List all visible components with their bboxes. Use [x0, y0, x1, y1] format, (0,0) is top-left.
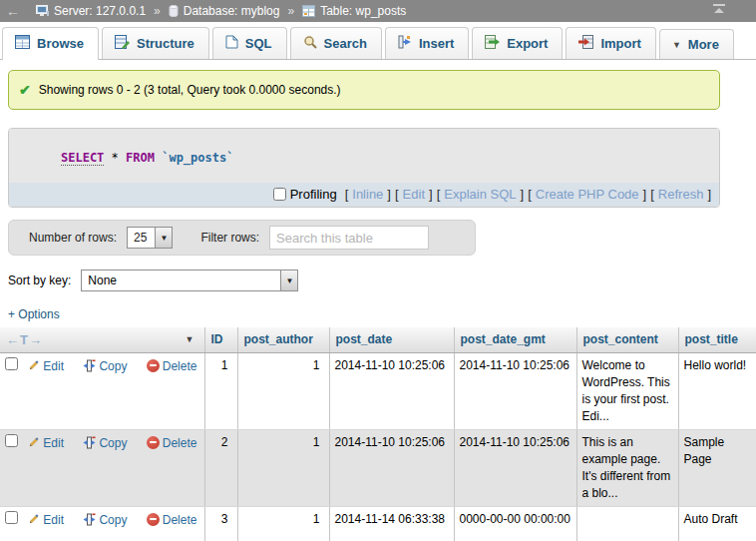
pencil-icon [27, 359, 40, 377]
copy-row-link[interactable]: Copy [99, 436, 127, 450]
tab-search[interactable]: Search [290, 27, 382, 59]
header-post-date-gmt[interactable]: post_date_gmt [454, 327, 576, 352]
back-arrow-icon[interactable]: ← [6, 3, 36, 19]
header-post-title[interactable]: post_title [678, 327, 756, 352]
bracket: [ [528, 187, 532, 202]
row-checkbox[interactable] [5, 434, 18, 447]
sql-query-box: SELECT * FROM `wp_posts` Profiling [ Inl… [8, 128, 720, 208]
filter-rows-label: Filter rows: [200, 231, 259, 245]
cell-post-author: 1 [237, 506, 329, 541]
tab-label: SQL [245, 36, 272, 51]
sql-icon [225, 35, 238, 52]
copy-icon [83, 359, 96, 377]
breadcrumb-separator: » [287, 4, 294, 18]
cell-post-title: Sample Page [678, 429, 756, 506]
row-actions: Edit Copy Delete [0, 429, 204, 506]
inline-link[interactable]: Inline [352, 187, 383, 202]
delete-icon [147, 359, 160, 372]
tab-label: Export [507, 36, 548, 51]
insert-icon [398, 35, 412, 52]
tab-insert[interactable]: Insert [385, 27, 469, 59]
copy-row-link[interactable]: Copy [99, 513, 127, 527]
row-checkbox[interactable] [5, 511, 18, 524]
sql-keyword-from: FROM [126, 151, 155, 165]
copy-row-link[interactable]: Copy [99, 359, 127, 373]
edit-query-link[interactable]: Edit [403, 187, 425, 202]
cell-post-author: 1 [237, 352, 329, 429]
status-message-text: Showing rows 0 - 2 (3 total, Query took … [39, 83, 341, 97]
sql-keyword-select: SELECT [61, 151, 104, 166]
tab-import[interactable]: Import [566, 27, 655, 59]
breadcrumb-database[interactable]: Database: myblog [184, 4, 280, 18]
breadcrumb-server[interactable]: Server: 127.0.0.1 [54, 4, 146, 18]
sort-row: Sort by key: None ▼ [8, 270, 756, 291]
tab-more[interactable]: ▼ More [659, 29, 734, 59]
cell-post-date: 2014-11-10 10:25:06 [329, 429, 454, 506]
server-icon [36, 5, 49, 17]
edit-row-link[interactable]: Edit [43, 436, 64, 450]
table-header-row: ←T→ ▼ ID post_author post_date post_date… [0, 327, 756, 352]
cell-post-date-gmt: 2014-11-10 10:25:06 [454, 429, 576, 506]
tab-structure[interactable]: Structure [102, 27, 209, 59]
header-id[interactable]: ID [204, 327, 237, 352]
header-post-date[interactable]: post_date [329, 327, 454, 352]
bracket: ] [429, 187, 433, 202]
filter-rows-input[interactable] [269, 226, 429, 250]
tab-export[interactable]: Export [472, 27, 563, 59]
import-icon [578, 35, 593, 52]
copy-icon [83, 513, 96, 531]
tab-label: More [688, 37, 719, 52]
create-php-code-link[interactable]: Create PHP Code [536, 187, 639, 202]
edit-row-link[interactable]: Edit [43, 359, 64, 373]
success-check-icon: ✔ [19, 82, 31, 98]
tab-bar: Browse Structure SQL Search Insert Expor… [0, 22, 756, 60]
edit-row-link[interactable]: Edit [43, 513, 64, 527]
browse-icon [15, 35, 30, 52]
header-post-author[interactable]: post_author [237, 327, 329, 352]
bracket: ] [521, 187, 525, 202]
number-of-rows-select[interactable]: 25 ▼ [127, 227, 173, 249]
breadcrumb-table[interactable]: Table: wp_posts [320, 4, 406, 18]
transpose-icon[interactable]: ←T→ [6, 332, 43, 347]
row-actions: Edit Copy Delete [0, 506, 204, 541]
cell-post-content: Welcome to WordPress. This is your first… [576, 352, 678, 429]
structure-icon [115, 35, 130, 52]
cell-post-title: Auto Draft [678, 506, 756, 541]
sql-star: * [104, 151, 126, 165]
cell-post-date: 2014-11-14 06:33:38 [329, 506, 454, 541]
cell-post-date-gmt: 2014-11-10 10:25:06 [454, 352, 576, 429]
cell-post-title: Hello world! [678, 352, 756, 429]
sort-by-key-select[interactable]: None ▼ [81, 270, 298, 291]
refresh-link[interactable]: Refresh [658, 187, 704, 202]
cell-id: 2 [204, 429, 237, 506]
delete-icon [147, 436, 160, 449]
delete-row-link[interactable]: Delete [163, 359, 197, 373]
row-checkbox[interactable] [5, 357, 18, 370]
collapse-top-icon[interactable] [712, 4, 726, 18]
delete-row-link[interactable]: Delete [163, 513, 197, 527]
copy-icon [83, 436, 96, 454]
delete-row-link[interactable]: Delete [163, 436, 197, 450]
profiling-checkbox[interactable] [273, 188, 286, 201]
sort-options-icon[interactable]: ▼ [186, 334, 194, 344]
cell-post-author: 1 [237, 429, 329, 506]
results-table: ←T→ ▼ ID post_author post_date post_date… [0, 327, 756, 541]
bracket: ] [387, 187, 391, 202]
status-message: ✔ Showing rows 0 - 2 (3 total, Query too… [8, 70, 720, 110]
number-of-rows-value: 25 [128, 228, 155, 248]
chevron-down-icon: ▼ [280, 270, 297, 290]
row-controls-bar: Number of rows: 25 ▼ Filter rows: [8, 220, 476, 256]
number-of-rows-label: Number of rows: [29, 231, 117, 245]
options-toggle-link[interactable]: + Options [8, 307, 60, 321]
table-row: Edit Copy Delete 2 1 2014-11-10 10:25:06… [0, 429, 756, 506]
header-actions: ←T→ ▼ [0, 327, 204, 352]
header-post-content[interactable]: post_content [576, 327, 678, 352]
sort-by-key-value: None [82, 270, 125, 290]
table-row: Edit Copy Delete 1 1 2014-11-10 10:25:06… [0, 352, 756, 429]
profiling-toggle[interactable]: Profiling [273, 187, 337, 202]
tab-sql[interactable]: SQL [212, 27, 287, 59]
explain-sql-link[interactable]: Explain SQL [444, 187, 516, 202]
pencil-icon [27, 436, 40, 454]
tab-browse[interactable]: Browse [2, 27, 99, 60]
breadcrumb-bar: ← Server: 127.0.0.1 » Database: myblog »… [0, 0, 756, 22]
